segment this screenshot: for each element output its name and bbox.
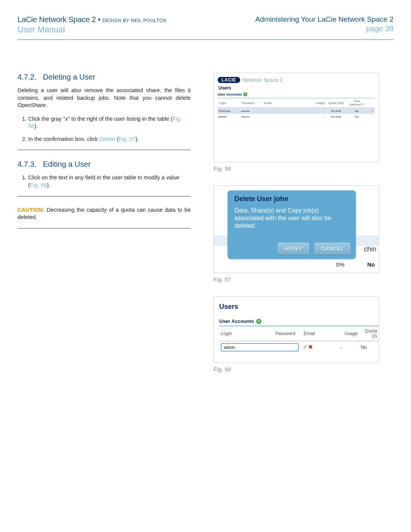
step-text: Click on the text in any field in the us… (28, 174, 179, 188)
figure-57-caption: Fig. 57 (213, 276, 392, 283)
section-title: Deleting a User (43, 73, 96, 81)
section-divider (18, 196, 191, 197)
cell-password[interactable]: •••••••• (241, 114, 263, 120)
header-rule (18, 39, 393, 40)
header-left: LaCie Network Space 2 • DESIGN BY NEIL P… (18, 15, 167, 35)
col-email: Email (263, 98, 309, 108)
col-login: Login (218, 98, 241, 108)
users-heading: Users (219, 303, 379, 311)
section-divider (18, 150, 191, 150)
bg-text-chin: chin (364, 245, 376, 253)
cell-login[interactable]: OneUser (218, 108, 241, 114)
col-quota: Quota (GB) (325, 98, 346, 108)
left-column: 4.7.2. Deleting a User Deleting a user w… (18, 73, 191, 386)
figure-58: Users User Accounts + Login Password Ema… (213, 296, 379, 363)
section-heading-472: 4.7.2. Deleting a User (18, 73, 191, 81)
steps-473: Click on the text in any field in the us… (18, 174, 191, 189)
cell-timemachine[interactable]: No (346, 114, 367, 120)
col-quota: Quota (G (359, 326, 379, 341)
design-credit: DESIGN BY NEIL POULTON (102, 18, 166, 23)
delete-user-icon[interactable]: ✕ (368, 109, 374, 113)
figure-56: LACIE Network Space 2 Users User Account… (213, 73, 379, 162)
section-number: 4.7.2. (18, 73, 37, 81)
users-tab[interactable]: Users (218, 83, 375, 92)
step-text: In the confirmation box, click (28, 136, 99, 142)
user-accounts-heading: User Accounts + (219, 318, 379, 324)
confirm-icon[interactable]: ✓ (300, 344, 307, 350)
col-usage: Usage (339, 326, 359, 341)
table-header-row: Login Password Email Usage Quota (G (219, 326, 379, 341)
delete-user-dialog: Delete User john Data, Share(s) and Copy… (228, 190, 356, 259)
apply-button[interactable]: APPLY (278, 243, 309, 254)
cell-timemachine[interactable]: No (346, 108, 367, 114)
user-table: Login Password Email Usage Quota (G ✓✖ -… (219, 326, 379, 353)
cell-login[interactable]: admin (218, 114, 241, 120)
dialog-text: Data, Share(s) and Copy job(s) associate… (234, 207, 349, 230)
page-number: page 39 (255, 24, 393, 33)
bg-value-no: No (367, 261, 375, 268)
col-email: Email (302, 326, 339, 341)
login-edit-input[interactable] (221, 343, 299, 351)
section-472-paragraph: Deleting a user will also remove the ass… (18, 87, 191, 109)
step-text-end: ). (135, 136, 139, 142)
table-header-row: Login Password Email Usage Quota (GB) Ti… (218, 98, 375, 108)
fig-ref-57: Fig. 57 (119, 136, 135, 142)
caution-paragraph: CAUTION: Decreasing the capacity of a qu… (18, 206, 191, 221)
page-header: LaCie Network Space 2 • DESIGN BY NEIL P… (18, 15, 393, 35)
cell-quota[interactable]: No limit (325, 114, 346, 120)
delete-ref: Delete (99, 136, 115, 142)
product-name: LaCie Network Space 2 (18, 15, 96, 24)
step-1: Click on the text in any field in the us… (28, 174, 191, 189)
step-text: Click the gray "x" to the right of the u… (28, 116, 172, 122)
step-text-mid: ( (115, 136, 119, 142)
lacie-logo: LACIE (218, 77, 240, 83)
user-accounts-label: User Accounts (218, 93, 242, 96)
section-title: Editing a User (43, 160, 91, 168)
section-number: 4.7.3. (18, 160, 37, 168)
chapter-title: Administering Your LaCie Network Space 2 (255, 15, 393, 24)
step-1: Click the gray "x" to the right of the u… (28, 115, 191, 130)
edit-cell: ✓✖ (219, 341, 339, 354)
section-heading-473: 4.7.3. Editing a User (18, 160, 191, 169)
right-column: LACIE Network Space 2 Users User Account… (213, 73, 392, 386)
col-password: Password (274, 326, 302, 341)
steps-472: Click the gray "x" to the right of the u… (18, 115, 191, 143)
figure-56-caption: Fig. 56 (213, 165, 392, 172)
cell-email[interactable] (263, 108, 309, 114)
cancel-icon[interactable]: ✖ (307, 344, 313, 350)
user-accounts-label: User Accounts (219, 318, 254, 324)
cancel-button[interactable]: CANCEL (314, 243, 350, 254)
section-divider (18, 228, 191, 228)
cell-usage: - (309, 108, 326, 114)
cell-usage: - (339, 341, 359, 354)
user-manual-label: User Manual (18, 25, 167, 35)
figure-58-caption: Fig. 58 (213, 366, 392, 372)
step-text-end: ). (47, 182, 50, 188)
user-accounts-heading: User Accounts + (218, 92, 375, 98)
add-user-icon[interactable]: + (243, 92, 247, 96)
step-text-end: ). (34, 123, 38, 129)
product-title: Network Space 2 (242, 77, 283, 83)
bullet: • (98, 15, 102, 24)
fig-ref-58: Fig. 58 (30, 182, 47, 188)
add-user-icon[interactable]: + (256, 319, 261, 324)
cell-password[interactable]: •••••••• (241, 108, 263, 114)
table-row[interactable]: admin •••••••• - No limit No (218, 114, 375, 120)
cell-email[interactable] (263, 114, 309, 120)
dialog-title: Delete User john (234, 195, 349, 203)
cell-quota[interactable]: No (359, 341, 379, 354)
table-row[interactable]: OneUser •••••••• - No limit No ✕ (218, 108, 375, 114)
figure-57: Delete User john Data, Share(s) and Copy… (213, 185, 379, 273)
col-timemachine: Time Machine™ (346, 98, 367, 108)
table-row[interactable]: ✓✖ - No (219, 341, 379, 354)
step-2: In the confirmation box, click Delete (F… (28, 136, 191, 143)
col-password: Password (241, 98, 263, 108)
header-right: Administering Your LaCie Network Space 2… (255, 15, 393, 33)
user-table: Login Password Email Usage Quota (GB) Ti… (218, 98, 375, 120)
col-login: Login (219, 326, 274, 341)
bg-row-values: 0% No (336, 261, 375, 268)
cell-quota[interactable]: No limit (325, 108, 346, 114)
cell-usage: - (309, 114, 326, 120)
bg-value-percent: 0% (336, 261, 344, 268)
fig56-titlebar: LACIE Network Space 2 (218, 77, 283, 83)
